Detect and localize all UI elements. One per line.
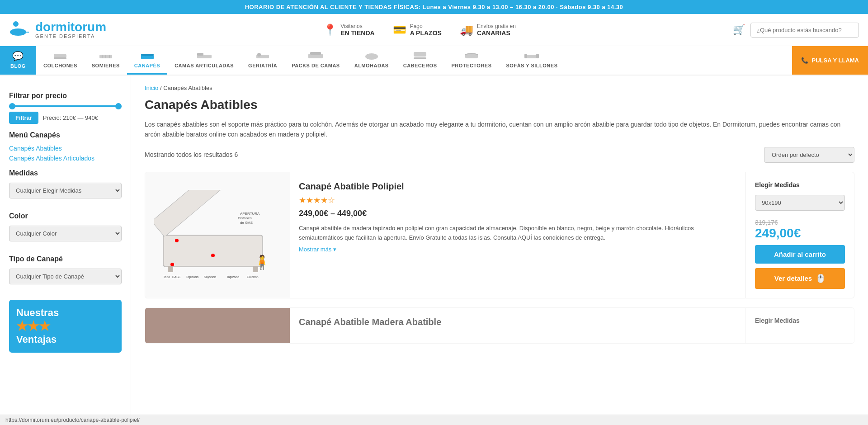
add-cart-button-1[interactable]: Añadir al carrito <box>755 245 845 264</box>
svg-point-0 <box>13 21 19 27</box>
nav-blog-label: BLOG <box>10 63 26 69</box>
header-pago[interactable]: 💳 Pago A PLAZOS <box>393 23 442 37</box>
product-name-1: Canapé Abatible Polipiel <box>299 181 736 192</box>
logo-sub-text: GENTE DESPIERTA <box>35 33 106 39</box>
nav-item-canapes[interactable]: CANAPÉS <box>127 46 167 75</box>
nav-cta-button[interactable]: 📞 PULSA Y LLAMA <box>792 46 868 75</box>
somieres-icon <box>99 51 113 61</box>
breadcrumb: Inicio / Canapés Abatibles <box>145 85 854 91</box>
logo-text: dormitorum GENTE DESPIERTA <box>35 21 106 39</box>
menu-item-canapes-articulados[interactable]: Canapés Abatibles Articulados <box>9 155 122 162</box>
blog-icon: 💬 <box>12 51 24 61</box>
nav-colchones-label: COLCHONES <box>43 63 77 68</box>
breadcrumb-home[interactable]: Inicio <box>145 85 158 91</box>
details-label-1: Ver detalles <box>774 274 812 282</box>
visitanos-value: EN TIENDA <box>340 29 374 37</box>
price-filter-title: Filtrar por precio <box>9 92 122 100</box>
svg-text:APERTURA: APERTURA <box>240 212 260 216</box>
svg-rect-13 <box>197 53 203 56</box>
medidas-title: Medidas <box>9 169 122 177</box>
envios-value: CANARIAS <box>477 29 516 37</box>
svg-rect-19 <box>414 52 426 57</box>
slider-thumb-right[interactable] <box>115 103 122 109</box>
price-slider-container <box>9 105 122 107</box>
protectores-icon <box>464 51 479 61</box>
status-bar: https://dormitorum.eu/producto/canape-ab… <box>0 415 868 419</box>
cart-icon[interactable]: 🛒 <box>733 24 745 36</box>
nav-item-colchones[interactable]: COLCHONES <box>36 46 85 75</box>
packs-icon <box>307 51 324 61</box>
price-filter-row: Filtrar Precio: 210€ — 940€ <box>9 112 122 124</box>
svg-rect-27 <box>164 236 262 266</box>
search-input[interactable] <box>750 23 859 38</box>
svg-point-18 <box>365 53 378 60</box>
medidas-select[interactable]: Cualquier Elegir Medidas <box>9 183 122 198</box>
chevron-down-icon-1: ▾ <box>333 246 336 253</box>
old-price-1: 319,17€ <box>755 219 845 226</box>
header-visitanos[interactable]: 📍 Visitanos EN TIENDA <box>323 23 374 37</box>
colchones-icon <box>53 51 67 61</box>
svg-text:🧍: 🧍 <box>254 254 271 270</box>
logo-area[interactable]: 🛌 dormitorum GENTE DESPIERTA <box>9 19 106 41</box>
measure-select-1[interactable]: 90x190 105x190 120x190 135x190 150x190 1… <box>755 195 845 211</box>
price-slider-track <box>9 105 122 107</box>
nav-cabeceros-label: CABECEROS <box>403 63 437 68</box>
nav-somieres-label: SOMIERES <box>92 63 120 68</box>
main-content: Inicio / Canapés Abatibles Canapés Abati… <box>131 76 868 419</box>
tipo-select[interactable]: Cualquier Tipo de Canapé <box>9 269 122 284</box>
visitanos-label: Visitanos <box>340 23 374 29</box>
color-select[interactable]: Cualquier Color <box>9 226 122 241</box>
sort-select[interactable]: Orden por defectoPrecio: menor a mayorPr… <box>764 147 854 163</box>
nav-almohadas-label: ALMOHADAS <box>354 63 389 68</box>
nav-item-blog[interactable]: 💬 BLOG <box>0 46 36 75</box>
nav-item-geriatria[interactable]: GERIATRÍA <box>241 46 284 75</box>
breadcrumb-current: Canapés Abatibles <box>163 85 212 91</box>
nav-cta-label: PULSA Y LLAMA <box>812 57 859 64</box>
product-name-2: Canapé Abatible Madera Abatible <box>299 317 736 327</box>
nav-packs-label: PACKS DE CAMAS <box>292 63 340 68</box>
filter-button[interactable]: Filtrar <box>9 112 38 124</box>
nuestras-stars: ★★★ <box>16 319 114 334</box>
nav-item-cabeceros[interactable]: CABECEROS <box>396 46 444 75</box>
nav-item-somieres[interactable]: SOMIERES <box>85 46 127 75</box>
results-count: Mostrando todos los resultados 6 <box>145 151 238 158</box>
nav-item-almohadas[interactable]: ALMOHADAS <box>347 46 396 75</box>
canapes-icon <box>140 51 155 61</box>
nav-item-sofas[interactable]: SOFÁS Y SILLONES <box>499 46 565 75</box>
results-row: Mostrando todos los resultados 6 Orden p… <box>145 147 854 163</box>
svg-rect-23 <box>524 54 527 58</box>
show-more-1[interactable]: Mostrar más ▾ <box>299 246 736 253</box>
header: 🛌 dormitorum GENTE DESPIERTA 📍 Visitanos… <box>0 14 868 46</box>
svg-text:Sujeción: Sujeción <box>204 275 216 279</box>
top-banner: HORARIO DE ATENCIÓN AL CLIENTE Y TIENDAS… <box>0 0 868 14</box>
sidebar: Filtrar por precio Filtrar Precio: 210€ … <box>0 76 131 419</box>
phone-icon: 📞 <box>801 57 808 64</box>
current-price-1: 249,00€ <box>755 226 845 241</box>
svg-text:Pistones: Pistones <box>238 216 252 220</box>
svg-rect-20 <box>414 57 426 59</box>
nav-item-protectores[interactable]: PROTECTORES <box>444 46 499 75</box>
slider-thumb-left[interactable] <box>9 103 15 109</box>
page-description: Los canapés abatibles son el soporte más… <box>145 119 854 140</box>
svg-point-35 <box>170 263 174 266</box>
svg-rect-28 <box>168 266 173 272</box>
nav-item-packs[interactable]: PACKS DE CAMAS <box>284 46 347 75</box>
envios-label: Envíos gratis en <box>477 23 516 29</box>
svg-rect-11 <box>141 54 154 56</box>
nav-sofas-label: SOFÁS Y SILLONES <box>506 63 558 68</box>
click-icon-1: 🖱️ <box>816 274 826 283</box>
product-info-2: Canapé Abatible Madera Abatible <box>290 308 745 343</box>
cabeceros-icon <box>413 51 427 61</box>
page-title: Canapés Abatibles <box>145 98 854 112</box>
pago-label: Pago <box>410 23 442 29</box>
elegir-medidas-label-1: Elegir Medidas <box>755 181 845 189</box>
pago-value: A PLAZOS <box>410 29 442 37</box>
logo-main-text: dormitorum <box>35 21 106 33</box>
nav-item-camas-articuladas[interactable]: CAMAS ARTICULADAS <box>167 46 241 75</box>
canape-svg: APERTURA Pistones de GAS Tapa BASE Tapiz… <box>154 190 281 280</box>
menu-item-canapes-abatibles[interactable]: Canapés Abatibles <box>9 145 122 152</box>
sofas-icon <box>524 51 540 61</box>
show-more-label-1: Mostrar más <box>299 246 331 253</box>
header-envios[interactable]: 🚚 Envíos gratis en CANARIAS <box>460 23 516 37</box>
details-button-1[interactable]: Ver detalles 🖱️ <box>755 268 845 289</box>
